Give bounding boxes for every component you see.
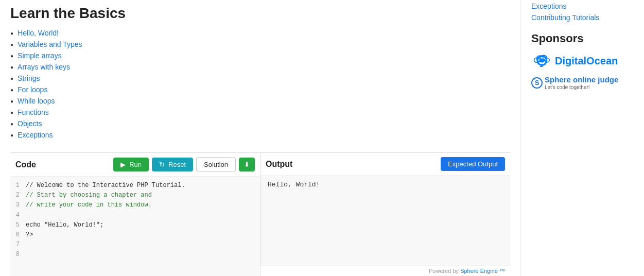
sphere-name: Sphere online judge — [545, 75, 618, 84]
list-item: Arrays with keys — [10, 63, 510, 71]
reset-button[interactable]: Reset — [152, 158, 193, 171]
tutorial-list: Hello, World! Variables and Types Simple… — [10, 29, 510, 139]
list-item: Simple arrays — [10, 51, 510, 60]
list-item: Hello, World! — [10, 29, 510, 37]
tutorial-link-while-loops[interactable]: While loops — [18, 97, 55, 105]
contributing-tutorials-link[interactable]: Contributing Tutorials — [531, 13, 634, 22]
sponsors-heading: Sponsors — [531, 32, 634, 45]
code-editor[interactable]: 12345678 // Welcome to the Interactive P… — [10, 177, 260, 276]
sphere-logo: S Sphere online judge Let's code togethe… — [531, 75, 618, 90]
exceptions-link[interactable]: Exceptions — [531, 2, 634, 10]
tutorial-link-variables[interactable]: Variables and Types — [18, 40, 82, 48]
do-logo: DigitalOcean — [531, 54, 618, 68]
download-button[interactable] — [239, 158, 255, 171]
list-item: Exceptions — [10, 131, 510, 139]
tutorial-link-exceptions[interactable]: Exceptions — [18, 131, 53, 139]
sphere-engine-link[interactable]: Sphere Engine ™ — [460, 268, 505, 274]
tutorial-link-for-loops[interactable]: For loops — [18, 85, 47, 94]
sphere-tagline: Let's code together! — [545, 84, 618, 90]
line-numbers: 12345678 — [15, 181, 26, 272]
sphere-sponsor: S Sphere online judge Let's code togethe… — [531, 75, 634, 90]
solution-button[interactable]: Solution — [196, 157, 236, 172]
digitalocean-text: DigitalOcean — [555, 55, 618, 67]
tutorial-link-functions[interactable]: Functions — [18, 108, 49, 116]
sphere-text-group: Sphere online judge Let's code together! — [545, 75, 618, 90]
list-item: Functions — [10, 108, 510, 116]
tutorial-link-hello[interactable]: Hello, World! — [18, 29, 59, 37]
list-item: Objects — [10, 119, 510, 128]
output-label: Output — [266, 160, 441, 169]
refresh-icon — [159, 161, 166, 168]
tutorial-link-simple-arrays[interactable]: Simple arrays — [18, 51, 62, 60]
page-title: Learn the Basics — [10, 5, 510, 22]
sphere-s-icon: S — [531, 77, 543, 89]
tutorial-link-arrays-keys[interactable]: Arrays with keys — [18, 63, 70, 71]
code-content[interactable]: // Welcome to the Interactive PHP Tutori… — [26, 181, 255, 272]
download-icon — [244, 161, 250, 168]
expected-output-button[interactable]: Expected Output — [441, 157, 505, 171]
list-item: Strings — [10, 74, 510, 82]
tutorial-link-objects[interactable]: Objects — [18, 119, 42, 128]
play-icon — [120, 161, 127, 168]
list-item: For loops — [10, 85, 510, 94]
digitalocean-sponsor: DigitalOcean — [531, 54, 634, 68]
svg-rect-3 — [540, 64, 544, 65]
list-item: Variables and Types — [10, 40, 510, 48]
code-label: Code — [15, 160, 110, 169]
powered-by: Powered by Sphere Engine ™ — [260, 265, 510, 276]
digitalocean-icon — [531, 54, 552, 68]
list-item: While loops — [10, 97, 510, 105]
run-button[interactable]: Run — [113, 158, 149, 171]
output-content: Hello, World! — [260, 176, 510, 265]
svg-rect-4 — [540, 66, 543, 67]
sidebar: Exceptions Contributing Tutorials Sponso… — [520, 0, 644, 276]
tutorial-link-strings[interactable]: Strings — [18, 74, 40, 82]
